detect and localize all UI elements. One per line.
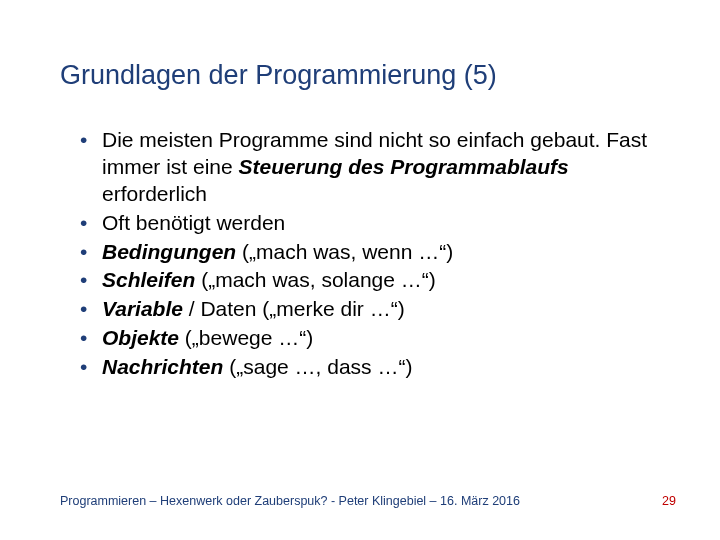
bullet-text-post: („sage …, dass …“) — [223, 355, 412, 378]
footer: Programmieren – Hexenwerk oder Zauberspu… — [60, 494, 676, 508]
list-item: Schleifen („mach was, solange …“) — [84, 267, 660, 294]
bullet-text-post: / Daten („merke dir …“) — [183, 297, 405, 320]
bullet-text-post: („mach was, wenn …“) — [236, 240, 453, 263]
bullet-text-bold: Schleifen — [102, 268, 195, 291]
bullet-text-post: („mach was, solange …“) — [195, 268, 435, 291]
slide: Grundlagen der Programmierung (5) Die me… — [0, 0, 720, 381]
list-item: Objekte („bewege …“) — [84, 325, 660, 352]
bullet-text-post: erforderlich — [102, 182, 207, 205]
bullet-text-bold: Bedingungen — [102, 240, 236, 263]
bullet-list: Die meisten Programme sind nicht so einf… — [60, 127, 660, 381]
list-item: Nachrichten („sage …, dass …“) — [84, 354, 660, 381]
slide-title: Grundlagen der Programmierung (5) — [60, 60, 660, 91]
bullet-text-bold: Objekte — [102, 326, 179, 349]
page-number: 29 — [662, 494, 676, 508]
bullet-text-bold: Variable — [102, 297, 183, 320]
list-item: Variable / Daten („merke dir …“) — [84, 296, 660, 323]
bullet-text-bold: Steuerung des Programmablaufs — [239, 155, 569, 178]
list-item: Die meisten Programme sind nicht so einf… — [84, 127, 660, 208]
bullet-text-pre: Oft benötigt werden — [102, 211, 285, 234]
footer-text: Programmieren – Hexenwerk oder Zauberspu… — [60, 494, 520, 508]
bullet-text-post: („bewege …“) — [179, 326, 313, 349]
bullet-text-bold: Nachrichten — [102, 355, 223, 378]
list-item: Oft benötigt werden — [84, 210, 660, 237]
list-item: Bedingungen („mach was, wenn …“) — [84, 239, 660, 266]
